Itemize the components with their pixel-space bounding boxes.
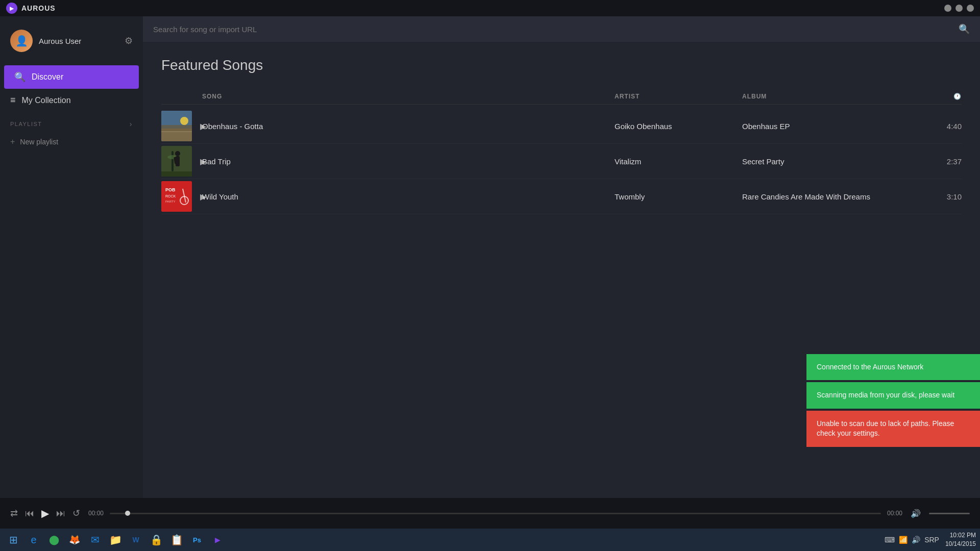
svg-rect-8 xyxy=(161,171,192,177)
taskbar-folder-icon[interactable]: 📁 xyxy=(106,531,125,549)
svg-text:POB: POB xyxy=(165,187,176,192)
song-album-1: Obenhaus EP xyxy=(742,122,921,131)
app-name: AUROUS xyxy=(21,4,56,12)
notifications-panel: Connected to the Aurous Network Scanning… xyxy=(806,354,980,447)
taskbar-photoshop-icon[interactable]: Ps xyxy=(188,531,206,549)
col-time-icon: 🕐 xyxy=(921,93,962,100)
song-artist-1: Goiko Obenhaus xyxy=(615,122,742,131)
song-duration-1: 4:40 xyxy=(921,122,962,131)
playlist-chevron-icon: › xyxy=(130,120,133,128)
total-time: 00:00 xyxy=(887,510,902,517)
notification-2: Scanning media from your disk, please wa… xyxy=(806,382,980,409)
search-bar: 🔍 xyxy=(143,16,980,42)
sidebar-item-discover-label: Discover xyxy=(32,72,63,82)
song-name-1: Obenhaus - Gotta xyxy=(202,122,615,131)
settings-icon[interactable]: ⚙ xyxy=(125,35,133,46)
col-thumb xyxy=(161,93,202,100)
featured-title: Featured Songs xyxy=(161,57,962,73)
player-progress: 00:00 00:00 xyxy=(88,510,902,517)
taskbar-ie-icon[interactable]: e xyxy=(24,531,43,549)
sidebar-item-discover[interactable]: 🔍 Discover xyxy=(4,65,139,89)
avatar: 👤 xyxy=(10,30,33,52)
window-controls xyxy=(944,5,974,12)
notification-3: Unable to scan due to lack of paths. Ple… xyxy=(806,411,980,447)
username: Aurous User xyxy=(39,37,118,45)
playlist-section-label: PLAYLIST › xyxy=(0,112,143,132)
table-row: POB ROCK PARTY ▶ Wild Youth xyxy=(161,179,962,214)
taskbar-icons: e ⬤ 🦊 ✉ 📁 W 🔒 📋 Ps ▶ xyxy=(24,531,227,549)
sidebar-item-collection-label: My Collection xyxy=(22,96,71,105)
search-icon: 🔍 xyxy=(959,23,970,35)
song-thumb-play-1: ▶ xyxy=(161,111,202,141)
table-row: ▶ Obenhaus - Gotta Goiko Obenhaus Obenha… xyxy=(161,109,962,144)
volume-slider[interactable] xyxy=(929,513,970,514)
taskbar-sys-icons: ⌨ 📶 🔊 SRP xyxy=(885,536,939,544)
col-album-label: ALBUM xyxy=(742,93,921,100)
user-profile: 👤 Aurous User ⚙ xyxy=(0,24,143,57)
app-logo-icon: ▶ xyxy=(6,3,17,14)
taskbar-word-icon[interactable]: W xyxy=(127,531,145,549)
thumb-img-2 xyxy=(161,146,192,177)
lang-label: SRP xyxy=(924,536,939,544)
taskbar-chrome-icon[interactable]: ⬤ xyxy=(45,531,63,549)
taskbar: ⊞ e ⬤ 🦊 ✉ 📁 W 🔒 📋 Ps ▶ ⌨ 📶 🔊 SRP 10:02 P… xyxy=(0,529,980,551)
song-thumb-play-3: POB ROCK PARTY ▶ xyxy=(161,181,202,212)
player-right-controls: 🔊 xyxy=(911,509,970,518)
taskbar-mail-icon[interactable]: ✉ xyxy=(86,531,104,549)
player-controls: ⇄ ⏮ ▶ ⏭ ↺ xyxy=(10,507,80,519)
svg-rect-6 xyxy=(172,151,174,171)
taskbar-firefox-icon[interactable]: 🦊 xyxy=(65,531,84,549)
table-row: ▶ Bad Trip Vitalizm Secret Party 2:37 xyxy=(161,144,962,179)
album-art-2 xyxy=(161,146,192,177)
start-button[interactable]: ⊞ xyxy=(4,531,22,549)
volume-sys-icon: 🔊 xyxy=(912,536,920,544)
progress-track[interactable] xyxy=(110,513,881,514)
main-container: 👤 Aurous User ⚙ 🔍 Discover ≡ My Collecti… xyxy=(0,16,980,498)
next-button[interactable]: ⏭ xyxy=(56,508,65,519)
sidebar-item-my-collection[interactable]: ≡ My Collection xyxy=(0,89,143,112)
song-duration-2: 2:37 xyxy=(921,157,962,166)
svg-rect-4 xyxy=(161,125,192,131)
song-name-2: Bad Trip xyxy=(202,157,615,166)
svg-text:ROCK: ROCK xyxy=(165,194,176,198)
repeat-button[interactable]: ↺ xyxy=(72,508,80,519)
col-song-label: SONG xyxy=(202,93,615,100)
player-bar: ⇄ ⏮ ▶ ⏭ ↺ 00:00 00:00 🔊 xyxy=(0,498,980,529)
keyboard-icon: ⌨ xyxy=(885,536,895,544)
add-playlist-icon: + xyxy=(10,137,15,146)
taskbar-clipboard-icon[interactable]: 📋 xyxy=(167,531,186,549)
content-area: 🔍 Featured Songs SONG ARTIST ALBUM 🕐 xyxy=(143,16,980,498)
clock-date: 10/14/2015 xyxy=(945,540,976,548)
play-pause-button[interactable]: ▶ xyxy=(41,507,49,519)
svg-point-3 xyxy=(180,117,188,125)
song-album-3: Rare Candies Are Made With Dreams xyxy=(742,192,921,201)
search-input[interactable] xyxy=(153,25,952,34)
album-art-3: POB ROCK PARTY xyxy=(161,181,192,212)
current-time: 00:00 xyxy=(88,510,104,517)
maximize-button[interactable] xyxy=(955,5,963,12)
songs-table-header: SONG ARTIST ALBUM 🕐 xyxy=(161,89,962,105)
taskbar-lock-icon[interactable]: 🔒 xyxy=(147,531,165,549)
taskbar-clock: 10:02 PM 10/14/2015 xyxy=(945,531,976,548)
song-artist-3: Twombly xyxy=(615,192,742,201)
close-button[interactable] xyxy=(967,5,974,12)
thumb-img-3: POB ROCK PARTY xyxy=(161,181,192,212)
song-name-3: Wild Youth xyxy=(202,192,615,201)
svg-text:PARTY: PARTY xyxy=(165,200,175,203)
svg-point-9 xyxy=(175,151,180,156)
discover-icon: 🔍 xyxy=(14,71,26,83)
prev-button[interactable]: ⏮ xyxy=(25,508,34,519)
album-art-1 xyxy=(161,111,192,141)
minimize-button[interactable] xyxy=(944,5,951,12)
progress-handle[interactable] xyxy=(125,511,130,516)
song-thumb-play-2: ▶ xyxy=(161,146,202,177)
svg-rect-2 xyxy=(161,132,192,141)
thumb-img-1 xyxy=(161,111,192,141)
song-artist-2: Vitalizm xyxy=(615,157,742,166)
sidebar: 👤 Aurous User ⚙ 🔍 Discover ≡ My Collecti… xyxy=(0,16,143,498)
collection-icon: ≡ xyxy=(10,95,16,106)
col-artist-label: ARTIST xyxy=(615,93,742,100)
taskbar-aurous-icon[interactable]: ▶ xyxy=(208,531,227,549)
shuffle-button[interactable]: ⇄ xyxy=(10,508,18,519)
new-playlist-button[interactable]: + New playlist xyxy=(0,132,143,152)
